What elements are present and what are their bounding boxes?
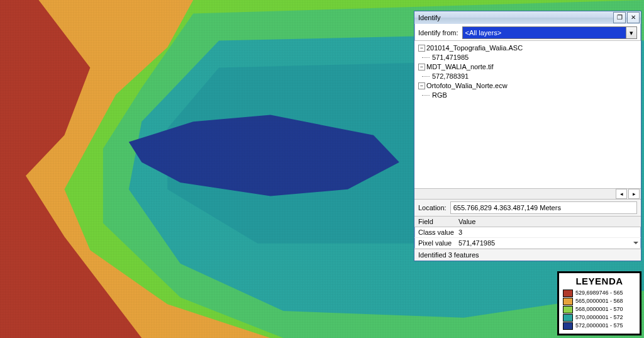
attribute-grid[interactable]: Field Value Class value 3 Pixel value 57… bbox=[414, 216, 641, 249]
identify-from-select[interactable]: <All layers> ▾ bbox=[462, 26, 637, 39]
grid-row[interactable]: Pixel value 571,471985 bbox=[414, 238, 641, 249]
legend-item: 529,6989746 - 565 bbox=[563, 289, 636, 297]
legend-title: LEYENDA bbox=[563, 276, 636, 286]
chevron-left-icon: ◂ bbox=[620, 191, 623, 197]
identify-from-label: Identify from: bbox=[418, 29, 458, 37]
legend-label: 572,0000001 - 575 bbox=[575, 322, 623, 330]
legend-item: 565,0000001 - 568 bbox=[563, 297, 636, 305]
identify-status: Identified 3 features bbox=[414, 249, 641, 261]
legend-swatch bbox=[563, 298, 573, 305]
restore-icon: ❐ bbox=[617, 14, 623, 21]
legend-item: 568,0000001 - 570 bbox=[563, 305, 636, 313]
legend-label: 568,0000001 - 570 bbox=[575, 305, 623, 313]
close-icon: ✕ bbox=[631, 14, 636, 21]
tree-item-label: MDT_WALIA_norte.tif bbox=[426, 62, 494, 72]
grid-row[interactable]: Class value 3 bbox=[414, 227, 641, 238]
legend-label: 565,0000001 - 568 bbox=[575, 297, 623, 305]
legend-swatch bbox=[563, 306, 573, 313]
legend-label: 570,0000001 - 572 bbox=[575, 313, 623, 322]
grid-cell-value: 3 bbox=[456, 228, 641, 236]
chevron-down-icon: ▾ bbox=[626, 27, 636, 38]
identify-from-value: <All layers> bbox=[463, 27, 626, 38]
collapse-icon[interactable]: − bbox=[418, 64, 425, 70]
grid-header: Field Value bbox=[414, 217, 641, 227]
tree-item[interactable]: − MDT_WALIA_norte.tif bbox=[418, 62, 637, 72]
legend-panel: LEYENDA 529,6989746 - 565 565,0000001 - … bbox=[557, 271, 641, 335]
tree-item-label: 201014_Topografia_Walia.ASC bbox=[426, 43, 523, 53]
collapse-icon[interactable]: − bbox=[418, 45, 425, 52]
identify-results-tree[interactable]: − 201014_Topografia_Walia.ASC 571,471985… bbox=[414, 40, 641, 188]
legend-item: 570,0000001 - 572 bbox=[563, 313, 636, 322]
grid-cell-field: Pixel value bbox=[414, 239, 456, 247]
tree-item[interactable]: − 201014_Topografia_Walia.ASC bbox=[418, 43, 637, 53]
identify-title: Identify bbox=[418, 14, 440, 21]
collapse-icon[interactable]: − bbox=[418, 82, 425, 89]
scroll-right-button[interactable]: ▸ bbox=[628, 189, 640, 199]
location-label: Location: bbox=[418, 204, 447, 211]
location-value: 655.766,829 4.363.487,149 Meters bbox=[450, 201, 637, 214]
grid-cell-field: Class value bbox=[414, 228, 456, 236]
identify-titlebar[interactable]: Identify ❐ ✕ bbox=[414, 11, 641, 24]
grid-col-value: Value bbox=[456, 218, 641, 225]
grid-col-field: Field bbox=[414, 218, 456, 225]
tree-item-value[interactable]: 571,471985 bbox=[418, 53, 637, 62]
legend-label: 529,6989746 - 565 bbox=[575, 289, 623, 297]
legend-swatch bbox=[563, 322, 573, 330]
tree-item[interactable]: − Ortofoto_Walia_Norte.ecw bbox=[418, 81, 637, 91]
tree-item-value[interactable]: RGB bbox=[418, 91, 637, 100]
chevron-right-icon: ▸ bbox=[633, 191, 636, 197]
grid-cell-value: 571,471985 bbox=[456, 239, 641, 247]
legend-swatch bbox=[563, 314, 573, 322]
location-row: Location: 655.766,829 4.363.487,149 Mete… bbox=[414, 199, 641, 216]
tree-scroll-tools: ◂ ▸ bbox=[414, 188, 641, 199]
restore-button[interactable]: ❐ bbox=[613, 12, 626, 23]
legend-item: 572,0000001 - 575 bbox=[563, 322, 636, 330]
scroll-left-button[interactable]: ◂ bbox=[616, 189, 627, 199]
legend-swatch bbox=[563, 290, 573, 297]
tree-item-label: Ortofoto_Walia_Norte.ecw bbox=[426, 81, 508, 91]
close-button[interactable]: ✕ bbox=[627, 12, 640, 23]
tree-item-value[interactable]: 572,788391 bbox=[418, 72, 637, 81]
identify-toolbar: Identify from: <All layers> ▾ bbox=[414, 24, 641, 40]
identify-window[interactable]: Identify ❐ ✕ Identify from: <All layers>… bbox=[414, 11, 641, 261]
